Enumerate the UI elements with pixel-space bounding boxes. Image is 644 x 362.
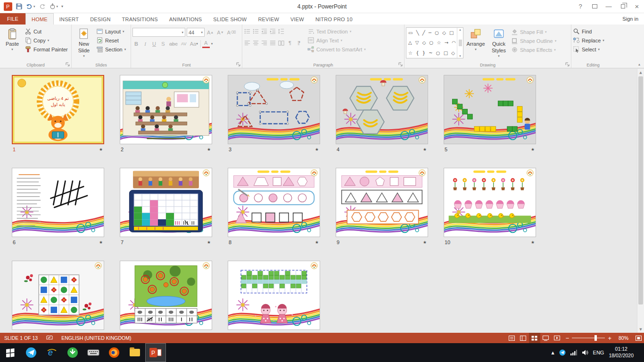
slide-thumbnail-8[interactable]: 8★ (228, 168, 320, 246)
section-button[interactable]: Section ▾ (96, 46, 126, 53)
taskbar-download-manager[interactable] (62, 343, 83, 362)
slide-12-canvas[interactable] (120, 261, 212, 330)
restore-button[interactable] (616, 0, 630, 13)
tab-review[interactable]: REVIEW (252, 13, 285, 25)
undo-dropdown[interactable]: ▾ (33, 5, 35, 8)
quick-styles-button[interactable]: Quick Styles ▾ (488, 26, 510, 61)
collapse-ribbon-button[interactable]: ▴ (638, 62, 640, 66)
slide-3-canvas[interactable] (228, 75, 320, 144)
find-button[interactable]: Find (573, 28, 613, 35)
paste-button[interactable]: Paste ▾ (1, 26, 23, 61)
line-spacing-icon[interactable] (278, 28, 285, 35)
touch-mouse-mode-button[interactable]: ▾ (49, 3, 58, 10)
zoom-slider[interactable] (572, 337, 605, 338)
align-right-icon[interactable] (261, 40, 268, 47)
font-size-combo[interactable]: 44 ▾ (187, 28, 205, 37)
clipboard-dialog-launcher[interactable] (65, 62, 70, 67)
slide-5-canvas[interactable] (444, 75, 536, 144)
copy-button[interactable]: Copy ▾ (25, 37, 68, 44)
paragraph-dialog-launcher[interactable] (398, 62, 403, 67)
format-painter-button[interactable]: Format Painter (25, 46, 68, 53)
slide-thumbnail-5[interactable]: 5★ (444, 75, 536, 153)
bold-button[interactable]: B (132, 40, 140, 48)
slide-thumbnail-2[interactable]: 2★ (120, 75, 212, 153)
tray-hidden-icons-button[interactable]: ▲ (551, 351, 554, 355)
save-button[interactable] (16, 3, 23, 10)
slide-thumbnail-4[interactable]: 4★ (336, 75, 428, 153)
slide-thumbnail-12[interactable]: 12★ (120, 261, 212, 333)
language-switcher[interactable]: ENG (593, 350, 604, 355)
zoom-out-button[interactable]: − (563, 335, 572, 342)
help-button[interactable]: ? (573, 0, 587, 13)
gallery-scroll-down-icon[interactable]: ▼ (459, 55, 462, 58)
scrollbar-thumb[interactable] (638, 76, 643, 304)
clear-formatting-button[interactable]: A⌫ (226, 28, 237, 37)
zoom-level[interactable]: 80% (614, 333, 633, 343)
gallery-scroll-up-icon[interactable]: ▲ (459, 28, 462, 31)
tray-telegram-icon[interactable] (559, 349, 566, 356)
taskbar-telegram[interactable] (21, 343, 41, 362)
tab-slide-show[interactable]: SLIDE SHOW (207, 13, 252, 25)
align-left-icon[interactable] (244, 40, 251, 47)
shapes-gallery-scrollbar[interactable]: ▲ ▼ (457, 28, 463, 58)
slide-thumbnail-11[interactable]: 11★ (12, 261, 104, 333)
gallery-scroll-thumb[interactable] (459, 40, 462, 46)
zoom-in-button[interactable]: + (605, 335, 614, 342)
drawing-dialog-launcher[interactable] (565, 62, 570, 67)
shapes-row-2[interactable]: △ ▽ ◇ ○ ☆ → ◠ (408, 40, 457, 45)
decrease-indent-icon[interactable] (261, 28, 268, 35)
tab-transitions[interactable]: TRANSITIONS (116, 13, 164, 25)
slide-thumbnail-1[interactable]: تم 4 ریاضی پایه اول 1★ (12, 75, 104, 153)
replace-button[interactable]: Replace ▾ (573, 37, 613, 44)
layout-dropdown[interactable]: ▾ (123, 30, 124, 33)
select-dropdown[interactable]: ▾ (598, 48, 600, 51)
slide-6-canvas[interactable] (12, 168, 104, 237)
tab-design[interactable]: DESIGN (84, 13, 116, 25)
minimize-button[interactable]: — (602, 0, 616, 13)
new-slide-button[interactable]: New Slide ▾ (73, 26, 95, 61)
convert-smartart-button[interactable]: Convert to SmartArt ▾ (307, 46, 366, 53)
slide-thumbnail-10[interactable]: 10★ (444, 168, 536, 246)
taskbar-file-explorer[interactable] (124, 343, 145, 362)
columns-icon[interactable] (278, 40, 285, 47)
slide-1-canvas[interactable]: تم 4 ریاضی پایه اول (12, 75, 104, 144)
reset-button[interactable]: Reset (96, 37, 126, 44)
font-name-combo[interactable]: ▾ (132, 28, 185, 37)
slide-2-canvas[interactable] (120, 75, 212, 144)
shape-effects-button[interactable]: Shape Effects ▾ (511, 46, 556, 53)
font-name-dropdown[interactable]: ▾ (182, 31, 183, 34)
arrange-dropdown[interactable]: ▾ (475, 48, 477, 51)
text-shadow-button[interactable]: S (159, 40, 167, 48)
tab-insert[interactable]: INSERT (54, 13, 84, 25)
start-button[interactable] (0, 343, 21, 362)
shapes-row-1[interactable]: ▭ ╲ ╱ ─ ○ ◇ □ (408, 30, 457, 35)
section-dropdown[interactable]: ▾ (124, 48, 126, 51)
font-color-button[interactable]: A (202, 40, 210, 48)
language-indicator[interactable]: ENGLISH (UNITED KINGDOM) (57, 333, 135, 343)
taskbar-keyboard[interactable] (83, 343, 104, 362)
text-direction-button[interactable]: Text Direction ▾ (307, 28, 366, 35)
rtl-paragraph-button[interactable]: ¶ (295, 39, 303, 47)
customize-qat-button[interactable]: ▾ (61, 4, 63, 8)
slide-8-canvas[interactable] (228, 168, 320, 237)
vertical-scrollbar[interactable]: ▲ ▼ (637, 69, 644, 333)
change-case-button[interactable]: Aa▾ (189, 40, 199, 48)
bullets-icon[interactable] (244, 28, 251, 35)
align-center-icon[interactable] (252, 40, 259, 47)
reading-view-button[interactable] (540, 333, 552, 343)
font-color-dropdown[interactable]: ▾ (211, 42, 213, 46)
character-spacing-button[interactable]: AV (180, 40, 188, 48)
tab-home[interactable]: HOME (25, 13, 54, 25)
ltr-paragraph-button[interactable]: ¶ (286, 39, 294, 47)
spell-check-button[interactable] (42, 333, 57, 343)
close-button[interactable]: × (630, 0, 644, 13)
quick-styles-dropdown[interactable]: ▾ (498, 54, 500, 58)
slide-4-canvas[interactable] (336, 75, 428, 144)
slide-indicator[interactable]: SLIDE 1 OF 13 (0, 333, 42, 343)
taskbar-clock[interactable]: 01:12 18/02/2020 (609, 346, 634, 359)
scroll-up-arrow[interactable]: ▲ (637, 69, 644, 76)
normal-view-button[interactable] (518, 333, 529, 343)
slide-thumbnail-6[interactable]: 6★ (12, 168, 104, 246)
shape-outline-button[interactable]: Shape Outline ▾ (511, 37, 556, 44)
volume-icon[interactable] (582, 350, 588, 355)
